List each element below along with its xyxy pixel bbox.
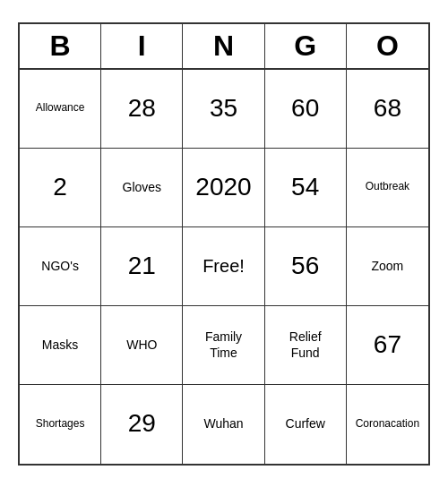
cell-text-1: 28 <box>128 92 156 124</box>
header-letter-B: B <box>20 24 101 68</box>
bingo-cell-15: Masks <box>20 306 101 385</box>
cell-text-2: 35 <box>210 92 237 124</box>
cell-text-11: 21 <box>128 250 156 282</box>
bingo-cell-13: 56 <box>265 227 347 306</box>
bingo-cell-10: NGO's <box>20 227 101 306</box>
bingo-cell-7: 2020 <box>183 149 264 227</box>
cell-text-0: Allowance <box>36 101 85 115</box>
cell-text-18: Relief Fund <box>289 329 322 361</box>
bingo-cell-17: Family Time <box>183 306 264 385</box>
bingo-cell-24: Coronacation <box>347 385 428 464</box>
cell-text-19: 67 <box>374 329 401 361</box>
bingo-cell-19: 67 <box>347 306 428 385</box>
bingo-cell-4: 68 <box>347 70 428 149</box>
bingo-cell-1: 28 <box>101 70 183 149</box>
cell-text-15: Masks <box>42 337 78 353</box>
bingo-cell-2: 35 <box>183 70 264 149</box>
cell-text-4: 68 <box>374 92 401 124</box>
cell-text-5: 2 <box>53 171 67 203</box>
cell-text-21: 29 <box>128 407 156 440</box>
cell-text-10: NGO's <box>41 258 79 274</box>
bingo-cell-6: Gloves <box>101 149 183 227</box>
bingo-grid: Allowance283560682Gloves202054OutbreakNG… <box>20 70 428 464</box>
header-letter-O: O <box>347 24 428 68</box>
cell-text-20: Shortages <box>36 417 85 431</box>
bingo-cell-18: Relief Fund <box>265 306 347 385</box>
bingo-cell-14: Zoom <box>347 227 428 306</box>
header-letter-I: I <box>101 24 183 68</box>
bingo-cell-5: 2 <box>20 149 101 227</box>
bingo-header: BINGO <box>20 24 428 70</box>
cell-text-12: Free! <box>202 254 245 278</box>
cell-text-23: Curfew <box>286 415 325 431</box>
cell-text-7: 2020 <box>195 171 251 203</box>
bingo-cell-3: 60 <box>265 70 347 149</box>
cell-text-14: Zoom <box>371 258 403 274</box>
header-letter-G: G <box>265 24 347 68</box>
header-letter-N: N <box>183 24 264 68</box>
cell-text-24: Coronacation <box>356 417 419 431</box>
bingo-cell-11: 21 <box>101 227 183 306</box>
bingo-cell-12: Free! <box>183 227 264 306</box>
bingo-cell-9: Outbreak <box>347 149 428 227</box>
bingo-cell-16: WHO <box>101 306 183 385</box>
cell-text-22: Wuhan <box>203 415 243 431</box>
bingo-cell-22: Wuhan <box>183 385 264 464</box>
bingo-card: BINGO Allowance283560682Gloves202054Outb… <box>18 22 430 466</box>
cell-text-3: 60 <box>291 92 319 124</box>
cell-text-8: 54 <box>291 171 319 203</box>
bingo-cell-21: 29 <box>101 385 183 464</box>
cell-text-17: Family Time <box>205 329 242 361</box>
bingo-cell-20: Shortages <box>20 385 101 464</box>
bingo-cell-0: Allowance <box>20 70 101 149</box>
cell-text-13: 56 <box>291 250 319 282</box>
bingo-cell-8: 54 <box>265 149 347 227</box>
cell-text-16: WHO <box>126 337 157 353</box>
bingo-cell-23: Curfew <box>265 385 347 464</box>
cell-text-6: Gloves <box>123 179 162 195</box>
cell-text-9: Outbreak <box>366 180 409 194</box>
